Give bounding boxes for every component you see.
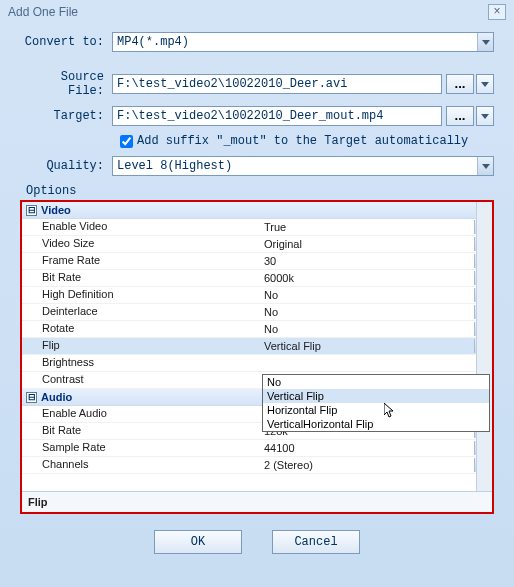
target-browse-button[interactable]: ... xyxy=(446,106,474,126)
flip-option-vertical[interactable]: Vertical Flip xyxy=(263,389,489,403)
scrollbar[interactable] xyxy=(476,202,492,491)
source-dropdown-button[interactable] xyxy=(476,74,494,94)
video-group-header[interactable]: ⊟ Video xyxy=(22,202,492,219)
prop-row-frame-rate[interactable]: Frame Rate30 xyxy=(22,253,492,270)
prop-row-brightness[interactable]: Brightness xyxy=(22,355,492,372)
suffix-label: Add suffix "_mout" to the Target automat… xyxy=(137,134,468,148)
convert-to-value: MP4(*.mp4) xyxy=(117,35,189,49)
property-description: Flip xyxy=(22,491,492,512)
quality-select[interactable]: Level 8(Highest) xyxy=(112,156,494,176)
quality-label: Quality: xyxy=(20,159,112,173)
quality-value: Level 8(Highest) xyxy=(117,159,232,173)
cancel-button[interactable]: Cancel xyxy=(272,530,360,554)
chevron-down-icon[interactable] xyxy=(477,157,493,175)
prop-row-video-bitrate[interactable]: Bit Rate6000k xyxy=(22,270,492,287)
collapse-icon[interactable]: ⊟ xyxy=(26,205,37,216)
collapse-icon[interactable]: ⊟ xyxy=(26,392,37,403)
flip-option-horizontal[interactable]: Horizontal Flip xyxy=(263,403,489,417)
options-label: Options xyxy=(26,184,494,198)
close-button[interactable]: × xyxy=(488,4,506,20)
flip-option-both[interactable]: VerticalHorizontal Flip xyxy=(263,417,489,431)
prop-row-deinterlace[interactable]: DeinterlaceNo xyxy=(22,304,492,321)
prop-row-high-def[interactable]: High DefinitionNo xyxy=(22,287,492,304)
flip-dropdown-list[interactable]: No Vertical Flip Horizontal Flip Vertica… xyxy=(262,374,490,432)
target-label: Target: xyxy=(20,109,112,123)
property-grid: ⊟ Video Enable VideoTrue Video SizeOrigi… xyxy=(20,200,494,514)
prop-row-flip[interactable]: FlipVertical Flip xyxy=(22,338,492,355)
target-dropdown-button[interactable] xyxy=(476,106,494,126)
suffix-checkbox[interactable] xyxy=(120,135,133,148)
flip-option-no[interactable]: No xyxy=(263,375,489,389)
prop-row-channels[interactable]: Channels2 (Stereo) xyxy=(22,457,492,474)
source-file-label: Source File: xyxy=(20,70,112,98)
target-input[interactable] xyxy=(112,106,442,126)
chevron-down-icon[interactable] xyxy=(477,33,493,51)
convert-to-select[interactable]: MP4(*.mp4) xyxy=(112,32,494,52)
titlebar: Add One File × xyxy=(0,0,514,24)
prop-row-video-size[interactable]: Video SizeOriginal xyxy=(22,236,492,253)
prop-row-sample-rate[interactable]: Sample Rate44100 xyxy=(22,440,492,457)
source-browse-button[interactable]: ... xyxy=(446,74,474,94)
source-file-input[interactable] xyxy=(112,74,442,94)
ok-button[interactable]: OK xyxy=(154,530,242,554)
prop-row-rotate[interactable]: RotateNo xyxy=(22,321,492,338)
convert-to-label: Convert to: xyxy=(20,35,112,49)
prop-row-enable-video[interactable]: Enable VideoTrue xyxy=(22,219,492,236)
window-title: Add One File xyxy=(8,5,78,19)
